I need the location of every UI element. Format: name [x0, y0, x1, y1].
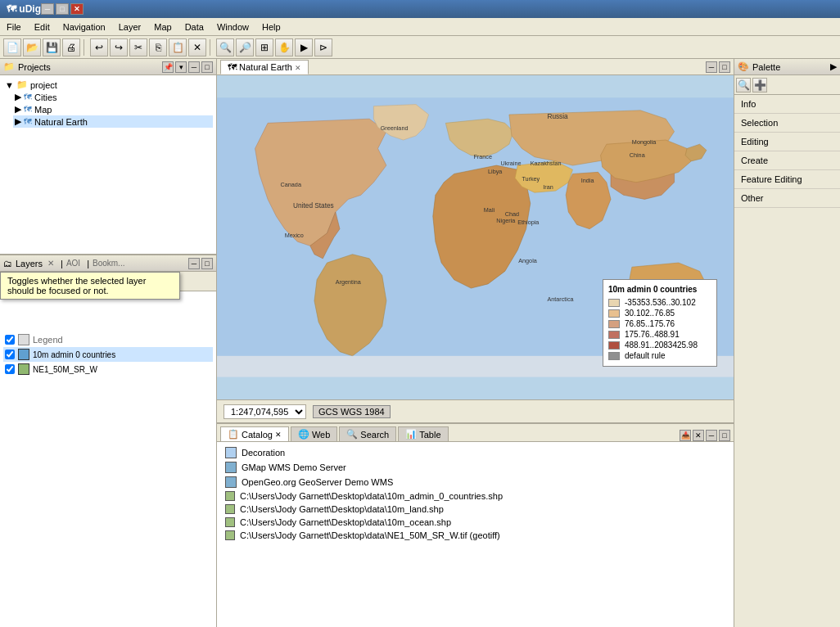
- catalog-tab-close[interactable]: ✕: [275, 431, 282, 439]
- decoration-label: Decoration: [242, 448, 285, 458]
- back-button[interactable]: ⊳: [314, 38, 332, 56]
- web-tab[interactable]: 🌐 Web: [291, 426, 337, 441]
- app-icon: 🗺: [7, 3, 16, 15]
- layers-minimize-button[interactable]: ─: [188, 258, 200, 269]
- menu-file[interactable]: File: [0, 20, 28, 34]
- feature-editing-panel-item[interactable]: Feature Editing: [734, 170, 840, 189]
- legend-checkbox[interactable]: [5, 335, 15, 345]
- map-view: 🗺 Natural Earth ✕ ─ □: [217, 59, 734, 422]
- map-tab-close[interactable]: ✕: [295, 64, 301, 72]
- catalog-item-ocean[interactable]: C:\Users\Jody Garnett\Desktop\data\10m_o…: [224, 516, 727, 529]
- zoom-out-button[interactable]: 🔎: [236, 38, 254, 56]
- menu-layer[interactable]: Layer: [112, 20, 148, 34]
- projects-panel-header: 📁 Projects 📌 ▾ ─ □: [0, 59, 216, 75]
- pan-button[interactable]: ✋: [275, 38, 293, 56]
- catalog-item-land[interactable]: C:\Users\Jody Garnett\Desktop\data\10m_l…: [224, 503, 727, 516]
- palette-search-button[interactable]: 🔍: [736, 78, 751, 92]
- catalog-content: Decoration GMap WMS Demo Server OpenGeo.…: [217, 442, 734, 627]
- tree-item-natural-earth[interactable]: ▶ 🗺 Natural Earth: [13, 115, 213, 128]
- layers-sep: |: [61, 259, 63, 268]
- map-label: Map: [34, 105, 52, 115]
- catalog-close-button[interactable]: ✕: [693, 430, 704, 441]
- copy-button[interactable]: ⎘: [149, 38, 167, 56]
- zoom-extent-button[interactable]: ⊞: [255, 38, 273, 56]
- bottom-tabs: 📋 Catalog ✕ 🌐 Web 🔍 Search 📊 Table: [217, 424, 734, 442]
- print-button[interactable]: 🖨: [62, 38, 80, 56]
- catalog-maximize-button[interactable]: □: [719, 430, 730, 441]
- close-button[interactable]: ✕: [70, 3, 84, 15]
- layer-focus-button[interactable]: ◎: [51, 274, 65, 289]
- editing-panel-item[interactable]: Editing: [734, 133, 840, 151]
- catalog-item-ne1[interactable]: C:\Users\Jody Garnett\Desktop\data\NE1_5…: [224, 529, 727, 542]
- layer-item-2[interactable]: NE1_50M_SR_W: [3, 362, 213, 377]
- layer1-checkbox[interactable]: [5, 350, 15, 359]
- forward-button[interactable]: ▶: [295, 38, 313, 56]
- catalog-item-opengeo[interactable]: OpenGeo.org GeoServer Demo WMS: [224, 475, 727, 489]
- layers-panel-controls: ─ □: [188, 258, 213, 269]
- projects-maximize-button[interactable]: □: [201, 61, 213, 73]
- layer-globe-button[interactable]: 🌐: [34, 274, 49, 289]
- layer-add-button[interactable]: ➕: [67, 274, 82, 289]
- catalog-item-admin[interactable]: C:\Users\Jody Garnett\Desktop\data\10m_a…: [224, 489, 727, 503]
- mali-label: Mali: [484, 206, 495, 214]
- tree-item-project[interactable]: ▼ 📁 project: [3, 79, 213, 91]
- zoom-in-button[interactable]: 🔍: [216, 38, 234, 56]
- layers-close-icon[interactable]: ✕: [47, 259, 54, 268]
- minimize-button[interactable]: ─: [41, 3, 54, 15]
- menu-data[interactable]: Data: [178, 20, 210, 34]
- bookm-tab[interactable]: Bookm...: [93, 259, 124, 268]
- natural-earth-icon: 🗺: [24, 117, 32, 126]
- legend-entry-5: default rule: [608, 350, 711, 361]
- right-panel: 🎨 Palette ▶ 🔍 ➕ Info Selection Editing C…: [734, 59, 840, 627]
- map-minimize-button[interactable]: ─: [706, 61, 717, 73]
- menu-edit[interactable]: Edit: [28, 20, 56, 34]
- scale-selector[interactable]: 1:247,074,595: [224, 404, 306, 419]
- projects-minimize-button[interactable]: ─: [188, 61, 200, 73]
- map-maximize-button[interactable]: □: [719, 61, 730, 73]
- menu-help[interactable]: Help: [255, 20, 287, 34]
- palette-expand-button[interactable]: ▶: [830, 61, 837, 72]
- menu-window[interactable]: Window: [210, 20, 255, 34]
- delete-button[interactable]: ✕: [188, 38, 206, 56]
- projects-title: Projects: [18, 62, 51, 72]
- layer-item-1[interactable]: 10m admin 0 countries: [3, 347, 213, 362]
- catalog-tab[interactable]: 📋 Catalog ✕: [220, 426, 289, 441]
- cut-button[interactable]: ✂: [129, 38, 147, 56]
- search-icon: 🔍: [346, 429, 358, 440]
- projects-pin-button[interactable]: 📌: [162, 61, 174, 73]
- info-panel-item[interactable]: Info: [734, 95, 840, 114]
- layers-maximize-button[interactable]: □: [201, 258, 213, 269]
- map-tab-natural-earth[interactable]: 🗺 Natural Earth ✕: [220, 60, 309, 74]
- editing-label: Editing: [741, 137, 769, 147]
- selection-panel-item[interactable]: Selection: [734, 114, 840, 133]
- natural-earth-label: Natural Earth: [34, 117, 88, 127]
- catalog-import-button[interactable]: 📥: [680, 430, 691, 441]
- palette-title: Palette: [752, 62, 780, 72]
- maximize-button[interactable]: □: [56, 3, 69, 15]
- catalog-minimize-button[interactable]: ─: [706, 430, 717, 441]
- tree-item-cities[interactable]: ▶ 🗺 Cities: [13, 91, 213, 103]
- tree-item-map[interactable]: ▶ 🗺 Map: [13, 103, 213, 115]
- open-button[interactable]: 📂: [23, 38, 41, 56]
- create-panel-item[interactable]: Create: [734, 151, 840, 170]
- paste-button[interactable]: 📋: [169, 38, 187, 56]
- projects-menu-button[interactable]: ▾: [175, 61, 187, 73]
- save-button[interactable]: 💾: [43, 38, 61, 56]
- redo-button[interactable]: ↪: [110, 38, 128, 56]
- palette-add-button[interactable]: ➕: [752, 78, 767, 92]
- menu-map[interactable]: Map: [147, 20, 178, 34]
- undo-button[interactable]: ↩: [90, 38, 108, 56]
- layer-down-button[interactable]: ▼: [18, 274, 33, 289]
- other-panel-item[interactable]: Other: [734, 189, 840, 208]
- search-tab[interactable]: 🔍 Search: [339, 426, 396, 441]
- table-tab-label: Table: [419, 430, 440, 440]
- catalog-item-decoration[interactable]: Decoration: [224, 445, 727, 460]
- map-svg-container[interactable]: Russia Mongolia China India Iran Turkey …: [217, 75, 734, 399]
- new-button[interactable]: 📄: [3, 38, 21, 56]
- aoi-tab[interactable]: AOI: [66, 259, 80, 268]
- layer2-checkbox[interactable]: [5, 364, 15, 374]
- catalog-item-gmap[interactable]: GMap WMS Demo Server: [224, 460, 727, 475]
- table-tab[interactable]: 📊 Table: [398, 426, 448, 441]
- layer-up-button[interactable]: ▲: [2, 274, 16, 289]
- menu-navigation[interactable]: Navigation: [56, 20, 112, 34]
